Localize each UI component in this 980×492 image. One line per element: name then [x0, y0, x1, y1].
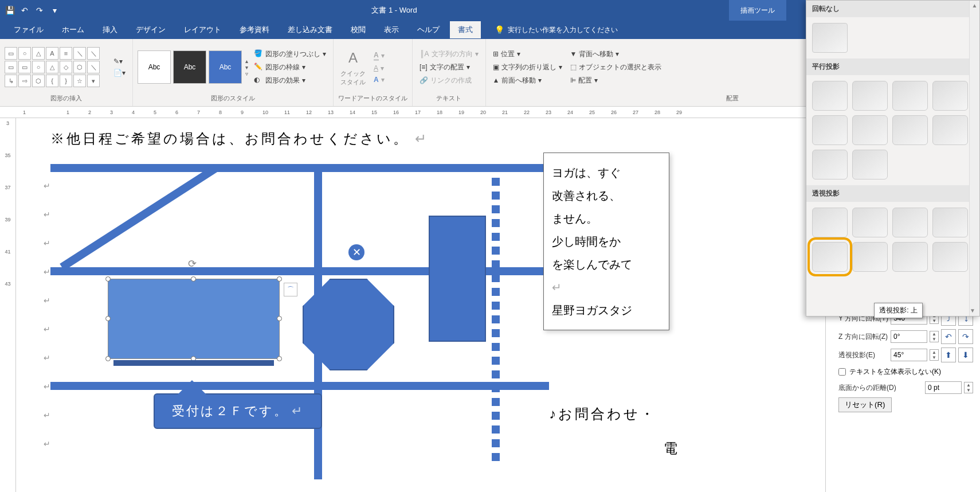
tab-mailings[interactable]: 差し込み文書 — [280, 21, 340, 38]
group-label-styles: 図形のスタイル — [138, 93, 328, 104]
group-shape-styles: Abc Abc Abc ▴▾▿ 🪣図形の塗りつぶし ▾ ✏️図形の枠線 ▾ ◐図… — [133, 39, 334, 106]
shape-effects-button[interactable]: ◐図形の効果 ▾ — [252, 75, 328, 87]
z-rotation-spinner[interactable]: ▲▼ — [930, 331, 939, 342]
tab-format[interactable]: 書式 — [450, 21, 481, 38]
style-blue[interactable]: Abc — [209, 50, 242, 84]
perspective-up-icon[interactable]: ⬆ — [941, 347, 956, 362]
preset-perspective-above[interactable] — [812, 242, 848, 272]
vertical-ruler[interactable]: 33537394143 — [0, 118, 16, 492]
edit-shape-button[interactable]: ✎▾ — [111, 56, 128, 67]
preset-parallel-5[interactable] — [812, 115, 848, 145]
text-direction-button[interactable]: ║A 文字列の方向 ▾ — [417, 48, 481, 60]
layout-options-icon[interactable]: ⌒ — [284, 283, 297, 296]
lightbulb-icon: 💡 — [495, 25, 504, 34]
redo-icon[interactable]: ↷ — [34, 5, 45, 15]
position-button[interactable]: ⊞ 位置 ▾ — [491, 48, 565, 60]
effects-icon: ◐ — [254, 76, 263, 85]
shape-gallery[interactable]: ▭○△A≡＼＼ ▭▭○△◇⬡＼ ↳⇨⬡{}☆▾ — [5, 47, 108, 87]
style-gallery[interactable]: Abc Abc Abc — [138, 50, 242, 84]
text-box-button[interactable]: 📄▾ — [111, 68, 128, 78]
shape-fill-button[interactable]: 🪣図形の塗りつぶし ▾ — [252, 48, 328, 60]
tell-me[interactable]: 💡 実行したい作業を入力してください — [483, 25, 618, 35]
style-gallery-more[interactable]: ▴▾▿ — [245, 58, 248, 77]
style-outline[interactable]: Abc — [138, 50, 171, 84]
align-button[interactable]: ⊫ 配置 ▾ — [568, 75, 664, 87]
shape-textbox[interactable]: ヨガは、すぐ改善される、ません。少し時間をかを楽しんでみて↵星野ヨガスタジ — [543, 153, 669, 330]
distance-spinner[interactable]: ▲▼ — [964, 382, 973, 393]
preset-parallel-4[interactable] — [932, 81, 968, 111]
selection-pane-button[interactable]: ⬚ オブジェクトの選択と表示 — [568, 61, 664, 73]
keep-text-flat-checkbox[interactable]: テキストを立体表示しない(K) — [838, 367, 973, 377]
reset-button[interactable]: リセット(R) — [838, 397, 892, 412]
preset-parallel-8[interactable] — [932, 115, 968, 145]
tab-design[interactable]: デザイン — [128, 21, 174, 38]
preset-perspective-2[interactable] — [852, 208, 888, 237]
quick-styles-button[interactable]: A クイック スタイル — [338, 45, 368, 89]
text-outline-button[interactable]: A ▾ — [371, 63, 387, 73]
distance-label: 底面からの距離(D) — [838, 383, 923, 393]
tab-layout[interactable]: レイアウト — [176, 21, 229, 38]
wordart-a-icon: A — [343, 48, 363, 68]
qat-customize-icon[interactable]: ▾ — [49, 5, 60, 15]
text-fill-button[interactable]: A ▾ — [371, 50, 387, 62]
doc-paragraph-1: ※他日程ご希望の場合は、お問合わせください。↵ — [50, 130, 429, 148]
style-dark[interactable]: Abc — [173, 50, 206, 84]
document-canvas[interactable]: ※他日程ご希望の場合は、お問合わせください。↵ ⟳ ⌒ ✕ — [16, 118, 825, 492]
map-drawing: ⟳ ⌒ ✕ 受付は２Ｆです。↵ — [50, 164, 549, 479]
preset-tooltip: 透視投影: 上 — [874, 303, 923, 318]
tab-references[interactable]: 参考資料 — [232, 21, 277, 38]
tab-review[interactable]: 校閲 — [343, 21, 374, 38]
perspective-input[interactable] — [891, 349, 927, 361]
group-wordart-styles: A クイック スタイル A ▾ A ▾ A ▾ ワードアートのスタイル — [334, 39, 413, 106]
shape-circle[interactable]: ✕ — [348, 244, 364, 260]
preset-parallel-1[interactable] — [812, 81, 848, 111]
z-rotation-label: Z 方向に回転(Z) — [838, 332, 888, 342]
z-rotate-cw-icon[interactable]: ↷ — [958, 329, 973, 344]
shape-callout[interactable]: 受付は２Ｆです。↵ — [154, 393, 322, 429]
rotation-handle-icon[interactable]: ⟳ — [188, 257, 199, 269]
bring-forward-button[interactable]: ▲ 前面へ移動 ▾ — [491, 75, 565, 87]
preset-perspective-7[interactable] — [892, 242, 928, 272]
preset-parallel-6[interactable] — [852, 115, 888, 145]
preset-perspective-8[interactable] — [932, 242, 968, 272]
shape-tall-rect[interactable] — [429, 216, 486, 342]
preset-parallel-10[interactable] — [852, 150, 888, 179]
align-text-button[interactable]: [≡] 文字の配置 ▾ — [417, 61, 481, 73]
save-icon[interactable]: 💾 — [5, 5, 15, 15]
preset-perspective-6[interactable] — [852, 242, 888, 272]
perspective-spinner[interactable]: ▲▼ — [930, 349, 939, 361]
preset-perspective-4[interactable] — [932, 208, 968, 237]
preset-no-rotation[interactable] — [812, 23, 848, 53]
preset-parallel-2[interactable] — [852, 81, 888, 111]
text-effects-button[interactable]: A ▾ — [371, 75, 387, 85]
shape-octagon[interactable] — [303, 279, 394, 370]
contextual-tab-label: 描画ツール — [729, 0, 786, 21]
tab-file[interactable]: ファイル — [6, 21, 52, 38]
perspective-down-icon[interactable]: ⬇ — [958, 347, 973, 362]
preset-perspective-1[interactable] — [812, 208, 848, 237]
distance-input[interactable] — [925, 381, 962, 394]
z-rotate-ccw-icon[interactable]: ↶ — [941, 329, 956, 344]
preset-perspective-3[interactable] — [892, 208, 928, 237]
svg-line-0 — [62, 164, 222, 267]
undo-icon[interactable]: ↶ — [19, 5, 30, 15]
tab-insert[interactable]: 挿入 — [95, 21, 126, 38]
preset-parallel-7[interactable] — [892, 115, 928, 145]
wrap-text-button[interactable]: ▣ 文字列の折り返し ▾ — [491, 61, 565, 73]
tab-home[interactable]: ホーム — [54, 21, 92, 38]
shape-outline-button[interactable]: ✏️図形の枠線 ▾ — [252, 61, 328, 73]
tab-view[interactable]: 表示 — [376, 21, 407, 38]
z-rotation-input[interactable] — [891, 330, 927, 343]
flat-text-check[interactable] — [838, 368, 846, 376]
selected-shape-rectangle[interactable]: ⟳ ⌒ — [108, 279, 280, 359]
gallery-section-none: 回転なし — [806, 1, 979, 17]
send-backward-button[interactable]: ▼ 背面へ移動 ▾ — [568, 48, 664, 60]
tab-help[interactable]: ヘルプ — [409, 21, 448, 38]
shape-dotted-line[interactable] — [492, 164, 500, 479]
preset-parallel-3[interactable] — [892, 81, 928, 111]
preset-parallel-9[interactable] — [812, 150, 848, 179]
gallery-scrollbar[interactable]: ▲▼ — [969, 1, 979, 316]
create-link-button[interactable]: 🔗 リンクの作成 — [417, 75, 481, 87]
outline-icon: ✏️ — [254, 63, 263, 72]
gallery-section-perspective: 透視投影 — [806, 185, 979, 202]
